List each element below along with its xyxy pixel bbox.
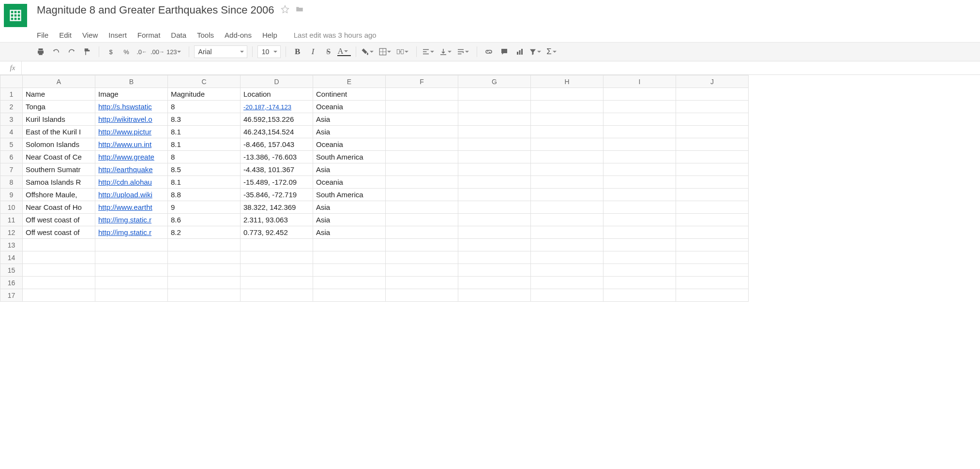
cell-F11[interactable] bbox=[386, 214, 458, 226]
cell-G1[interactable] bbox=[458, 88, 531, 101]
row-header-7[interactable]: 7 bbox=[0, 163, 23, 176]
menu-edit[interactable]: Edit bbox=[59, 31, 72, 39]
cell-D15[interactable] bbox=[241, 264, 313, 277]
cell-B2[interactable]: http://s.hswstatic bbox=[95, 101, 168, 113]
cell-C5[interactable]: 8.1 bbox=[168, 138, 241, 151]
cell-A8[interactable]: Samoa Islands R bbox=[23, 176, 95, 189]
image-link[interactable]: http://cdn.alohau bbox=[98, 178, 152, 186]
cell-I13[interactable] bbox=[603, 239, 676, 251]
row-header-4[interactable]: 4 bbox=[0, 126, 23, 138]
cell-C7[interactable]: 8.5 bbox=[168, 163, 241, 176]
cell-A10[interactable]: Near Coast of Ho bbox=[23, 201, 95, 214]
cell-F4[interactable] bbox=[386, 126, 458, 138]
cell-G11[interactable] bbox=[458, 214, 531, 226]
row-header-12[interactable]: 12 bbox=[0, 226, 23, 239]
cell-B9[interactable]: http://upload.wiki bbox=[95, 189, 168, 201]
cell-F1[interactable] bbox=[386, 88, 458, 101]
column-header-C[interactable]: C bbox=[168, 75, 241, 88]
row-header-17[interactable]: 17 bbox=[0, 289, 23, 302]
image-link[interactable]: http://www.un.int bbox=[98, 140, 151, 148]
cell-J5[interactable] bbox=[676, 138, 749, 151]
cell-A9[interactable]: Offshore Maule, bbox=[23, 189, 95, 201]
fill-color-button[interactable] bbox=[361, 45, 377, 59]
cell-H12[interactable] bbox=[531, 226, 603, 239]
cell-E5[interactable]: Oceania bbox=[313, 138, 386, 151]
cell-E1[interactable]: Continent bbox=[313, 88, 386, 101]
decrease-decimal-button[interactable]: .0← bbox=[135, 45, 149, 59]
cell-F8[interactable] bbox=[386, 176, 458, 189]
cell-I10[interactable] bbox=[603, 201, 676, 214]
text-wrap-button[interactable] bbox=[456, 45, 472, 59]
cell-H10[interactable] bbox=[531, 201, 603, 214]
cell-G2[interactable] bbox=[458, 101, 531, 113]
cell-H16[interactable] bbox=[531, 277, 603, 289]
row-header-6[interactable]: 6 bbox=[0, 151, 23, 163]
cell-F16[interactable] bbox=[386, 277, 458, 289]
cell-I12[interactable] bbox=[603, 226, 676, 239]
spreadsheet-grid[interactable]: ABCDEFGHIJ1NameImageMagnitudeLocationCon… bbox=[0, 75, 980, 302]
cell-A3[interactable]: Kuril Islands bbox=[23, 113, 95, 126]
cell-J9[interactable] bbox=[676, 189, 749, 201]
cell-C9[interactable]: 8.8 bbox=[168, 189, 241, 201]
cell-C3[interactable]: 8.3 bbox=[168, 113, 241, 126]
column-header-H[interactable]: H bbox=[531, 75, 603, 88]
cell-H4[interactable] bbox=[531, 126, 603, 138]
cell-E10[interactable]: Asia bbox=[313, 201, 386, 214]
cell-H17[interactable] bbox=[531, 289, 603, 302]
row-header-10[interactable]: 10 bbox=[0, 201, 23, 214]
cell-J7[interactable] bbox=[676, 163, 749, 176]
cell-E17[interactable] bbox=[313, 289, 386, 302]
cell-F9[interactable] bbox=[386, 189, 458, 201]
cell-F12[interactable] bbox=[386, 226, 458, 239]
cell-A16[interactable] bbox=[23, 277, 95, 289]
cell-D10[interactable]: 38.322, 142.369 bbox=[241, 201, 313, 214]
cell-G12[interactable] bbox=[458, 226, 531, 239]
image-link[interactable]: http://www.eartht bbox=[98, 203, 152, 211]
cell-J8[interactable] bbox=[676, 176, 749, 189]
cell-H8[interactable] bbox=[531, 176, 603, 189]
cell-F13[interactable] bbox=[386, 239, 458, 251]
column-header-B[interactable]: B bbox=[95, 75, 168, 88]
cell-G7[interactable] bbox=[458, 163, 531, 176]
cell-H2[interactable] bbox=[531, 101, 603, 113]
image-link[interactable]: http://earthquake bbox=[98, 165, 153, 174]
cell-C1[interactable]: Magnitude bbox=[168, 88, 241, 101]
image-link[interactable]: http://img.static.r bbox=[98, 228, 151, 236]
redo-button[interactable] bbox=[65, 45, 78, 59]
cell-G14[interactable] bbox=[458, 251, 531, 264]
cell-J10[interactable] bbox=[676, 201, 749, 214]
cell-H5[interactable] bbox=[531, 138, 603, 151]
cell-I4[interactable] bbox=[603, 126, 676, 138]
cell-G8[interactable] bbox=[458, 176, 531, 189]
cell-F15[interactable] bbox=[386, 264, 458, 277]
cell-I3[interactable] bbox=[603, 113, 676, 126]
menu-help[interactable]: Help bbox=[262, 31, 277, 39]
cell-J17[interactable] bbox=[676, 289, 749, 302]
cell-C11[interactable]: 8.6 bbox=[168, 214, 241, 226]
cell-B3[interactable]: http://wikitravel.o bbox=[95, 113, 168, 126]
cell-E8[interactable]: Oceania bbox=[313, 176, 386, 189]
borders-button[interactable] bbox=[378, 45, 394, 59]
cell-F6[interactable] bbox=[386, 151, 458, 163]
column-header-E[interactable]: E bbox=[313, 75, 386, 88]
cell-G17[interactable] bbox=[458, 289, 531, 302]
cell-B13[interactable] bbox=[95, 239, 168, 251]
cell-D16[interactable] bbox=[241, 277, 313, 289]
insert-link-button[interactable] bbox=[482, 45, 496, 59]
menu-file[interactable]: File bbox=[37, 31, 48, 39]
cell-J1[interactable] bbox=[676, 88, 749, 101]
cell-C13[interactable] bbox=[168, 239, 241, 251]
star-icon[interactable] bbox=[281, 4, 289, 16]
cell-G5[interactable] bbox=[458, 138, 531, 151]
app-logo[interactable] bbox=[4, 4, 27, 27]
cell-D11[interactable]: 2.311, 93.063 bbox=[241, 214, 313, 226]
cell-E4[interactable]: Asia bbox=[313, 126, 386, 138]
insert-comment-button[interactable] bbox=[498, 45, 511, 59]
cell-E16[interactable] bbox=[313, 277, 386, 289]
cell-H11[interactable] bbox=[531, 214, 603, 226]
folder-icon[interactable] bbox=[295, 4, 304, 16]
strikethrough-button[interactable]: S bbox=[322, 45, 335, 59]
cell-D9[interactable]: -35.846, -72.719 bbox=[241, 189, 313, 201]
cell-I17[interactable] bbox=[603, 289, 676, 302]
cell-H7[interactable] bbox=[531, 163, 603, 176]
